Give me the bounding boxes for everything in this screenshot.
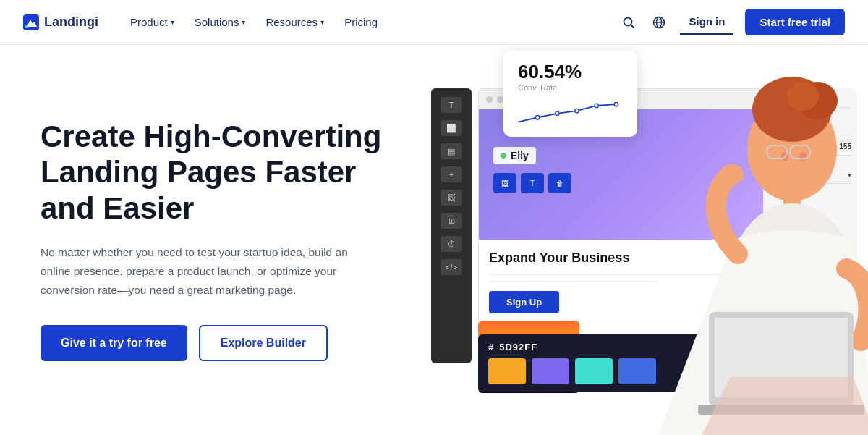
signin-button[interactable]: Sign in [680,9,733,35]
navbar: Landingi Product ▾ Solutions ▾ Resources… [0,0,868,45]
chevron-down-icon: ▾ [320,18,324,26]
logo[interactable]: Landingi [23,14,98,30]
hash-label: # [488,342,493,352]
chevron-down-icon: ▾ [171,18,174,26]
browser-dot-red [486,96,493,103]
svg-point-19 [787,82,819,111]
swatch-orange[interactable] [488,358,526,384]
nav-item-pricing[interactable]: Pricing [336,10,386,34]
lp-tool-text[interactable]: T [521,173,544,193]
lp-signup-button[interactable]: Sign Up [489,291,559,313]
svg-point-1 [25,25,28,28]
nav-product-label: Product [130,16,168,28]
elly-status-dot [501,153,506,159]
hero-section: Create High-Converting Landing Pages Fas… [0,45,868,435]
logo-text: Landingi [44,14,98,30]
language-button[interactable] [650,13,668,32]
trial-button[interactable]: Start free trial [745,9,845,35]
editor-tool-timer[interactable]: ⏱ [441,236,462,252]
svg-point-21 [799,152,807,161]
color-hex-value: 5D92FF [499,342,537,352]
nav-pricing-label: Pricing [344,16,378,28]
nav-item-solutions[interactable]: Solutions ▾ [186,10,255,34]
browser-dot-yellow [497,96,503,103]
nav-item-resources[interactable]: Resources ▾ [257,10,333,34]
editor-tool-text[interactable]: T [441,97,462,113]
hero-headline: Create High-Converting Landing Pages Fas… [41,119,388,227]
woman-svg [571,66,868,435]
try-free-button[interactable]: Give it a try for free [41,325,187,361]
editor-tool-grid[interactable]: ⊞ [441,213,462,229]
search-button[interactable] [619,13,638,32]
editor-tool-plus[interactable]: + [441,166,462,182]
woman-image [550,66,868,435]
chevron-down-icon: ▾ [242,18,245,26]
nav-right: Sign in Start free trial [619,9,845,35]
search-icon [622,16,635,29]
svg-point-9 [535,116,539,119]
elly-badge: Elly [493,147,536,164]
hero-description: No matter whether you need to test your … [41,243,373,299]
nav-item-product[interactable]: Product ▾ [122,10,183,34]
nav-resources-label: Resources [265,16,318,28]
nav-links: Product ▾ Solutions ▾ Resources ▾ Pricin… [122,10,619,34]
editor-tool-image[interactable]: ⬜ [441,120,462,136]
nav-solutions-label: Solutions [195,16,239,28]
hero-left: Create High-Converting Landing Pages Fas… [41,45,417,435]
hero-buttons: Give it a try for free Explore Builder [41,325,388,361]
logo-icon [23,14,39,30]
editor-tool-photo[interactable]: 🖼 [441,190,462,206]
hero-right: 60.54% Conv. Rate T ⬜ ▤ + 🖼 ⊞ ⏱ [417,45,868,435]
elly-label: Elly [511,150,529,161]
editor-tool-code[interactable]: </> [441,259,462,275]
globe-icon [652,16,665,29]
lp-tool-image[interactable]: 🖼 [493,173,516,193]
editor-panel: T ⬜ ▤ + 🖼 ⊞ ⏱ </> [431,88,472,363]
svg-line-3 [631,25,634,28]
svg-point-2 [624,17,632,25]
svg-point-30 [720,164,744,185]
editor-tool-section[interactable]: ▤ [441,143,462,159]
explore-builder-button[interactable]: Explore Builder [199,325,328,361]
